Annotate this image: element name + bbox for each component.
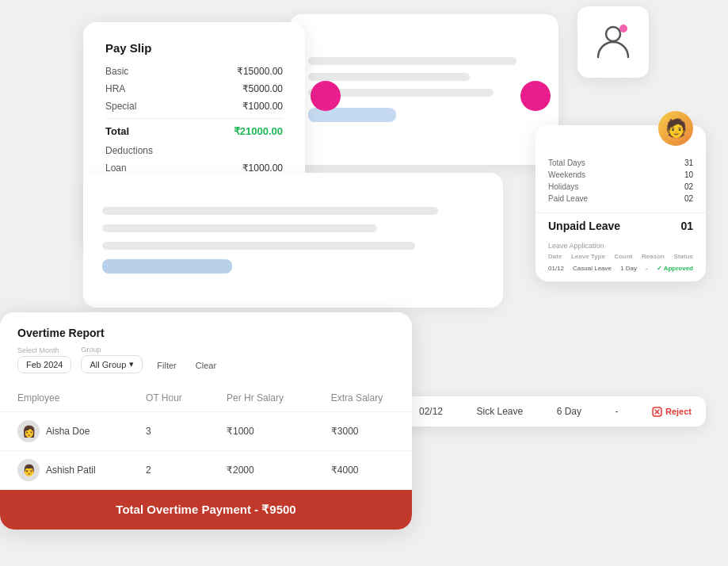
ot-hour-1: 3 [128, 412, 209, 451]
extra-salary-1: ₹3000 [314, 412, 412, 451]
emp-name-1: Aisha Doe [46, 426, 90, 437]
filter-button[interactable]: Filter [152, 358, 181, 373]
payslip-total-label: Total [105, 125, 129, 137]
leave-app-title: Leave Application [548, 242, 693, 250]
employee-cell-2: 👨 Ashish Patil [0, 451, 128, 490]
stat-total-days-value: 31 [684, 159, 693, 167]
overtime-table-head: Employee OT Hour Per Hr Salary Extra Sal… [0, 384, 412, 412]
leave-row1-count: 1 Day [620, 265, 637, 272]
leave-ext-date: 02/12 [419, 406, 443, 417]
bg-line-5 [102, 207, 438, 215]
employee-cell-1: 👩 Aisha Doe [0, 412, 128, 451]
payslip-special-row: Special ₹1000.00 [105, 101, 283, 112]
leave-row1-type: Casual Leave [573, 265, 612, 272]
deductions-label: Deductions [105, 145, 283, 156]
avatar: 🧑 [658, 111, 693, 146]
leave-app-header: Date Leave Type Count Reason Status [548, 253, 693, 260]
stat-weekends: Weekends 10 [548, 170, 693, 179]
ot-hour-2: 2 [128, 451, 209, 490]
col-extra-salary: Extra Salary [314, 384, 412, 412]
overtime-filter-row: Select Month Feb 2024 Group All Group ▾ … [17, 346, 394, 373]
table-row: 👩 Aisha Doe 3 ₹1000 ₹3000 [0, 412, 412, 451]
stat-paid-leave-label: Paid Leave [548, 194, 588, 203]
month-filter-label: Select Month [17, 346, 71, 354]
payslip-loan-row: Loan ₹1000.00 [105, 163, 283, 174]
leave-card-top: 🧑 [536, 125, 706, 146]
leave-ext-reason: - [616, 406, 619, 417]
leave-col-date: Date [548, 253, 562, 260]
payslip-loan-value: ₹1000.00 [242, 163, 283, 174]
payslip-basic-value: ₹15000.00 [237, 66, 283, 77]
person-icon [592, 21, 635, 63]
payslip-loan-label: Loan [105, 163, 127, 174]
leave-col-status: Status [674, 253, 693, 260]
svg-point-1 [619, 25, 627, 33]
overtime-total-bar: Total Overtime Payment - ₹9500 [0, 490, 412, 530]
unpaid-leave-row: Unpaid Leave 01 [536, 212, 706, 235]
leave-col-reason: Reason [642, 253, 665, 260]
group-select[interactable]: All Group ▾ [81, 355, 143, 373]
per-hr-1: ₹1000 [209, 412, 314, 451]
person-icon-card [577, 6, 649, 78]
leave-ext-type: Sick Leave [477, 406, 524, 417]
overtime-table: Employee OT Hour Per Hr Salary Extra Sal… [0, 384, 412, 490]
overtime-card: Overtime Report Select Month Feb 2024 Gr… [0, 312, 412, 530]
divider-1 [105, 118, 283, 119]
chevron-down-icon: ▾ [129, 359, 134, 369]
unpaid-leave-value: 01 [680, 220, 693, 232]
pink-dot-right [520, 81, 551, 111]
col-ot-hour: OT Hour [128, 384, 209, 412]
leave-col-type: Leave Type [571, 253, 605, 260]
payslip-hra-label: HRA [105, 83, 125, 94]
stat-paid-leave-value: 02 [684, 194, 693, 203]
leave-application-section: Leave Application Date Leave Type Count … [536, 235, 706, 273]
col-per-hr: Per Hr Salary [209, 384, 314, 412]
group-filter-group: Group All Group ▾ [81, 346, 143, 373]
month-select-value: Feb 2024 [26, 360, 63, 369]
emp-avatar-1: 👩 [17, 420, 40, 442]
pink-dot-left [311, 81, 341, 111]
group-select-value: All Group [90, 360, 126, 369]
bg-line-2 [308, 73, 470, 81]
leave-row1-status: ✓ Approved [657, 265, 693, 272]
payslip-special-label: Special [105, 101, 136, 112]
stat-weekends-value: 10 [684, 170, 693, 179]
leave-ext-reject[interactable]: Reject [652, 407, 692, 417]
bg-line-7 [102, 242, 415, 250]
reject-icon [652, 407, 662, 417]
per-hr-2: ₹2000 [209, 451, 314, 490]
payslip-hra-row: HRA ₹5000.00 [105, 83, 283, 94]
overtime-table-header-row: Employee OT Hour Per Hr Salary Extra Sal… [0, 384, 412, 412]
stat-paid-leave: Paid Leave 02 [548, 194, 693, 203]
leave-row1-date: 01/12 [548, 265, 564, 272]
stat-total-days: Total Days 31 [548, 159, 693, 167]
payslip-title: Pay Slip [105, 41, 283, 55]
overtime-header: Overtime Report Select Month Feb 2024 Gr… [0, 312, 412, 384]
stat-holidays-value: 02 [684, 182, 693, 191]
payslip-hra-value: ₹5000.00 [242, 83, 283, 94]
payslip-basic-label: Basic [105, 66, 128, 77]
clear-button[interactable]: Clear [191, 358, 221, 373]
emp-name-2: Ashish Patil [46, 465, 96, 476]
employee-info-2: 👨 Ashish Patil [17, 459, 111, 481]
month-filter-group: Select Month Feb 2024 [17, 346, 71, 373]
extra-salary-2: ₹4000 [314, 451, 412, 490]
payslip-special-value: ₹1000.00 [242, 101, 283, 112]
leave-ext-count: 6 Day [557, 406, 581, 417]
table-row: 👨 Ashish Patil 2 ₹2000 ₹4000 [0, 451, 412, 490]
stat-weekends-label: Weekends [548, 170, 585, 179]
payslip-total-row: Total ₹21000.00 [105, 125, 283, 137]
bg-line-6 [102, 224, 377, 232]
leave-col-count: Count [614, 253, 632, 260]
stat-total-days-label: Total Days [548, 159, 585, 167]
leave-row1-reason: - [646, 265, 648, 272]
bg-line-8 [102, 259, 232, 273]
leave-stats: Total Days 31 Weekends 10 Holidays 02 Pa… [536, 152, 706, 209]
bg-decorative-card-2 [83, 173, 503, 308]
month-select[interactable]: Feb 2024 [17, 356, 71, 373]
leave-app-row-1: 01/12 Casual Leave 1 Day - ✓ Approved [548, 263, 693, 273]
employee-info-1: 👩 Aisha Doe [17, 420, 111, 442]
leave-row-ext: 02/12 Sick Leave 6 Day - Reject [405, 396, 706, 426]
payslip-basic-row: Basic ₹15000.00 [105, 66, 283, 77]
payslip-total-value: ₹21000.00 [234, 125, 283, 137]
